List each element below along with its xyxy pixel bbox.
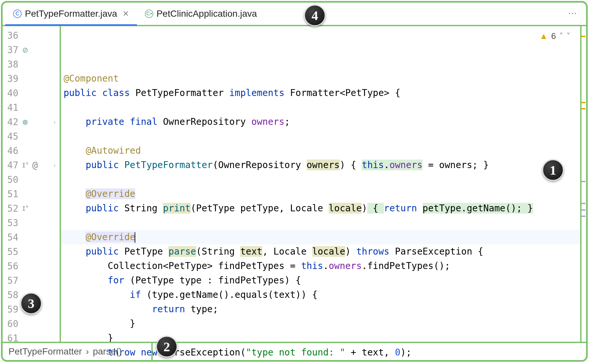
code-line[interactable]: @Component xyxy=(61,71,586,86)
gutter-row[interactable]: 36 xyxy=(3,28,60,43)
line-number: 50 xyxy=(3,174,18,185)
gutter-row[interactable]: 42⊛› xyxy=(3,115,60,129)
gutter-row[interactable]: 47I↑@› xyxy=(3,158,60,172)
line-number: 56 xyxy=(3,261,18,272)
line-number: 58 xyxy=(3,290,18,300)
stripe-marker[interactable] xyxy=(581,181,585,182)
line-number: 45 xyxy=(3,131,18,142)
editor-area: 3637⊘3839404142⊛›454647I↑@›505152I↑53545… xyxy=(3,26,586,342)
spring-bean-icon[interactable]: ⊛ xyxy=(21,118,29,126)
code-line[interactable]: for (PetType type : findPetTypes) { xyxy=(61,273,586,288)
code-line[interactable]: @Autowired xyxy=(61,144,586,158)
gutter-row[interactable]: 53 xyxy=(3,216,60,230)
editor-tabs-bar: C PetTypeFormatter.java ✕ C▸ PetClinicAp… xyxy=(3,3,586,26)
breadcrumb-method[interactable]: parse() xyxy=(93,346,122,357)
tab-label: PetTypeFormatter.java xyxy=(25,9,117,19)
line-number: 57 xyxy=(3,275,18,286)
error-stripe[interactable] xyxy=(580,26,586,342)
line-number: 40 xyxy=(3,88,18,99)
line-number: 54 xyxy=(3,232,18,243)
stripe-marker[interactable] xyxy=(581,203,585,204)
line-number: 42 xyxy=(3,117,18,127)
stripe-marker[interactable] xyxy=(581,108,585,109)
line-number: 51 xyxy=(3,189,18,200)
gutter-row[interactable]: 46 xyxy=(3,144,60,158)
code-line[interactable] xyxy=(61,129,586,144)
class-icon: C xyxy=(13,10,22,18)
inspections-widget[interactable]: ▲ 6 ˄ ˅ xyxy=(540,29,570,43)
code-line[interactable]: private final OwnerRepository owners; xyxy=(61,115,586,129)
code-line[interactable]: @Override xyxy=(61,230,586,244)
text-cursor xyxy=(135,232,135,243)
gutter-row[interactable]: 51 xyxy=(3,187,60,201)
code-line[interactable] xyxy=(61,100,586,115)
gutter-row[interactable]: 39 xyxy=(3,71,60,86)
no-usages-icon[interactable]: ⊘ xyxy=(21,46,29,54)
code-line[interactable]: return type; xyxy=(61,302,586,316)
class-run-icon: C▸ xyxy=(145,10,153,18)
gutter-row[interactable]: 56 xyxy=(3,259,60,273)
line-number: 39 xyxy=(3,73,18,84)
code-line[interactable]: } xyxy=(61,316,586,331)
stripe-marker[interactable] xyxy=(581,36,585,37)
callout-2: 2 xyxy=(156,336,178,357)
line-number: 52 xyxy=(3,203,18,214)
warning-icon: ▲ xyxy=(540,29,548,43)
gutter-row[interactable]: 57 xyxy=(3,273,60,288)
close-icon[interactable]: ✕ xyxy=(123,9,129,18)
code-line[interactable]: if (type.getName().equals(text)) { xyxy=(61,288,586,302)
implements-icon[interactable]: I↑ xyxy=(21,204,29,213)
line-number: 46 xyxy=(3,145,18,156)
code-line[interactable]: public class PetTypeFormatter implements… xyxy=(61,86,586,100)
line-number: 55 xyxy=(3,246,18,257)
breadcrumb-class[interactable]: PetTypeFormatter xyxy=(9,346,82,357)
code-editor[interactable]: ▲ 6 ˄ ˅ @Componentpublic class PetTypeFo… xyxy=(61,26,586,342)
gutter-row[interactable]: 54 xyxy=(3,230,60,244)
stripe-marker[interactable] xyxy=(581,102,585,103)
callout-1: 1 xyxy=(542,159,564,181)
breadcrumbs-bar: PetTypeFormatter › parse() xyxy=(3,342,586,360)
code-line[interactable]: @Override xyxy=(61,187,586,201)
line-number: 38 xyxy=(3,59,18,70)
code-line[interactable]: public PetTypeFormatter(OwnerRepository … xyxy=(61,158,586,172)
tab-pet-type-formatter[interactable]: C PetTypeFormatter.java ✕ xyxy=(5,3,137,25)
gutter-row[interactable]: 52I↑ xyxy=(3,201,60,216)
line-number: 36 xyxy=(3,30,18,41)
next-highlight-icon[interactable]: ˅ xyxy=(566,29,570,43)
code-line[interactable]: public String print(PetType petType, Loc… xyxy=(61,201,586,216)
code-line[interactable]: public PetType parse(String text, Locale… xyxy=(61,244,586,259)
callout-3: 3 xyxy=(20,293,42,314)
gutter-row[interactable]: 60 xyxy=(3,316,60,331)
line-number: 59 xyxy=(3,304,18,315)
tab-pet-clinic-application[interactable]: C▸ PetClinicApplication.java xyxy=(137,3,265,25)
prev-highlight-icon[interactable]: ˄ xyxy=(559,29,563,43)
gutter-row[interactable]: 37⊘ xyxy=(3,43,60,57)
gutter-row[interactable]: 40 xyxy=(3,86,60,100)
warning-count: 6 xyxy=(551,29,556,43)
gutter-row[interactable]: 38 xyxy=(3,57,60,71)
gutter-row[interactable]: 50 xyxy=(3,172,60,187)
stripe-marker[interactable] xyxy=(581,209,585,211)
line-number: 47 xyxy=(3,160,18,171)
gutter-row[interactable]: 41 xyxy=(3,100,60,115)
gutter-row[interactable]: 55 xyxy=(3,244,60,259)
gutter-row[interactable]: 45 xyxy=(3,129,60,144)
line-number: 41 xyxy=(3,102,18,113)
code-line[interactable] xyxy=(61,216,586,230)
line-number: 53 xyxy=(3,218,18,228)
related-annotation-icon[interactable]: @ xyxy=(31,161,39,169)
line-number: 37 xyxy=(3,45,18,55)
stripe-marker[interactable] xyxy=(581,216,585,217)
more-tabs-icon[interactable]: ⋮ xyxy=(568,9,578,18)
line-number: 60 xyxy=(3,318,18,329)
fold-icon[interactable]: › xyxy=(53,119,56,125)
code-line[interactable] xyxy=(61,172,586,187)
implements-icon[interactable]: I↑ xyxy=(21,161,29,169)
fold-icon[interactable]: › xyxy=(53,162,56,169)
callout-4: 4 xyxy=(304,5,326,26)
tab-label: PetClinicApplication.java xyxy=(157,9,257,19)
chevron-right-icon: › xyxy=(86,346,89,357)
code-line[interactable]: Collection<PetType> findPetTypes = this.… xyxy=(61,259,586,273)
